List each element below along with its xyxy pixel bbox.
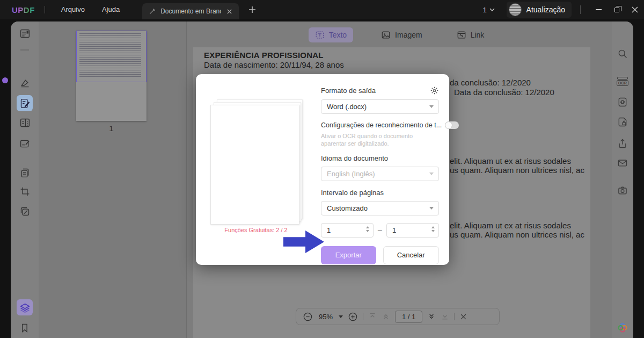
image-icon <box>381 30 391 40</box>
export-button[interactable]: Exportar <box>321 246 376 264</box>
chevron-down-icon <box>489 8 495 12</box>
first-page-icon[interactable] <box>368 312 377 321</box>
output-format-label: Formato de saída <box>321 87 376 95</box>
page-range-value: Customizado <box>327 204 368 212</box>
crop-icon[interactable] <box>17 183 33 199</box>
new-tab-icon[interactable] <box>248 6 256 13</box>
stepper-arrows-icon[interactable] <box>366 226 369 232</box>
ocr-toggle[interactable] <box>445 121 459 129</box>
ocr-scan-bar <box>617 77 628 80</box>
window-page-indicator[interactable]: 1 <box>482 6 494 14</box>
comment-tool-icon[interactable] <box>17 75 33 91</box>
minimize-button[interactable] <box>589 0 608 19</box>
share-icon[interactable] <box>614 135 631 152</box>
search-icon[interactable] <box>614 46 631 62</box>
organize-pages-icon[interactable] <box>17 114 33 131</box>
page-range-label: Intervalo de páginas <box>321 189 439 197</box>
thumbnail-page-number: 1 <box>76 124 147 133</box>
tab-close-icon[interactable] <box>226 9 232 15</box>
stamp-icon[interactable] <box>17 203 33 219</box>
minimize-icon <box>596 9 602 10</box>
link-icon <box>457 30 466 40</box>
statusbar-divider <box>363 313 363 320</box>
tool-link-label: Link <box>471 31 485 39</box>
close-button[interactable] <box>626 0 644 19</box>
ocr-hint: Ativar o OCR quando o documento aparenta… <box>321 132 439 148</box>
previous-page-icon[interactable] <box>382 312 390 321</box>
range-dash: – <box>378 226 382 234</box>
avatar <box>509 3 522 16</box>
mail-icon[interactable] <box>614 155 631 171</box>
select-caret-icon <box>429 172 434 175</box>
tool-link[interactable]: Link <box>450 27 491 42</box>
restore-icon <box>614 8 619 12</box>
toggle-knob <box>445 122 452 128</box>
language-value: English (Inglês) <box>327 170 375 178</box>
statusbar-divider <box>454 313 455 320</box>
text-icon <box>315 30 325 40</box>
bookmark-icon[interactable] <box>17 320 33 336</box>
fill-sign-icon[interactable] <box>17 135 33 152</box>
export-preview <box>210 105 299 225</box>
titlebar-divider <box>45 6 45 13</box>
stepper-arrows-icon[interactable] <box>431 226 435 232</box>
updf-logo: UPDF <box>12 5 35 15</box>
account-button[interactable]: Atualização <box>507 2 572 18</box>
close-statusbar-icon[interactable] <box>459 313 467 321</box>
convert-icon[interactable] <box>614 94 631 110</box>
restore-button[interactable] <box>608 0 626 19</box>
left-sidebar <box>11 21 39 338</box>
doc-fragment-2: Data da conclusão: 12/2020 <box>454 88 554 97</box>
page-to-input[interactable] <box>387 226 438 234</box>
layers-icon[interactable] <box>17 299 33 315</box>
zoom-dropdown-icon[interactable] <box>339 315 343 318</box>
page-to-stepper[interactable] <box>386 223 439 238</box>
language-select[interactable]: English (Inglês) <box>321 167 439 181</box>
tab-title: Documento em Branco_1* <box>160 8 221 15</box>
pen-icon <box>149 8 156 15</box>
ocr-settings-label: Configurações de reconhecimento de t... <box>321 121 442 129</box>
view-statusbar: 95% 1 / 1 <box>296 308 500 325</box>
ai-assistant-icon[interactable] <box>614 320 631 336</box>
select-caret-icon <box>429 207 434 210</box>
cancel-button[interactable]: Cancelar <box>383 246 440 264</box>
preview-sheet <box>210 105 299 225</box>
page-thumbnail[interactable] <box>76 31 147 121</box>
last-page-icon[interactable] <box>441 312 449 321</box>
document-tab[interactable]: Documento em Branco_1* <box>142 3 239 19</box>
close-icon <box>632 6 638 13</box>
next-page-icon[interactable] <box>427 312 436 321</box>
tool-imagem[interactable]: Imagem <box>375 27 429 42</box>
format-value: Word (.docx) <box>327 103 367 111</box>
zoom-level: 95% <box>319 313 333 321</box>
doc-fragment-1: da conclusão: 12/2020 <box>450 78 531 87</box>
menu-ajuda[interactable]: Ajuda <box>93 0 128 19</box>
doc-subheading: Data de nascimento: 20/11/94, 28 anos <box>204 60 344 69</box>
doc-lorem-1a: elit. Aliquam ut ex at risus sodales <box>450 156 571 166</box>
reader-mode-icon[interactable] <box>17 25 33 41</box>
format-select[interactable]: Word (.docx) <box>321 99 439 114</box>
export-dialog: Funções Gratuitas: 2 / 2 Formato de saíd… <box>196 74 449 265</box>
active-tool-indicator <box>2 77 8 83</box>
zoom-out-icon[interactable] <box>303 312 313 322</box>
ocr-icon[interactable]: OCR <box>614 73 631 89</box>
doc-heading: EXPERIÊNCIA PROFISSIONAL <box>204 51 324 60</box>
zoom-in-icon[interactable] <box>348 312 358 322</box>
titlebar: UPDF Arquivo Ajuda Documento em Branco_1… <box>0 0 644 19</box>
page-from-input[interactable] <box>321 226 373 234</box>
export-settings-gear-icon[interactable] <box>430 86 439 95</box>
tool-texto-label: Texto <box>329 31 347 39</box>
edit-pdf-icon[interactable] <box>17 95 33 111</box>
protect-icon[interactable] <box>614 114 631 130</box>
page-range-select[interactable]: Customizado <box>321 201 439 215</box>
page-number-box[interactable]: 1 / 1 <box>395 311 422 323</box>
free-quota-label: Funções Gratuitas: 2 / 2 <box>210 227 302 233</box>
tool-texto[interactable]: Texto <box>309 27 353 42</box>
snapshot-icon[interactable] <box>614 183 631 199</box>
doc-lorem-2b: us quam. Aliquam non ultrices nisl, ac <box>450 230 584 239</box>
tool-imagem-label: Imagem <box>395 31 422 39</box>
menu-arquivo[interactable]: Arquivo <box>53 0 93 19</box>
pages-copy-icon[interactable] <box>17 164 33 181</box>
edit-toolbar: Texto Imagem Link <box>187 25 612 45</box>
page-from-stepper[interactable] <box>321 223 374 238</box>
